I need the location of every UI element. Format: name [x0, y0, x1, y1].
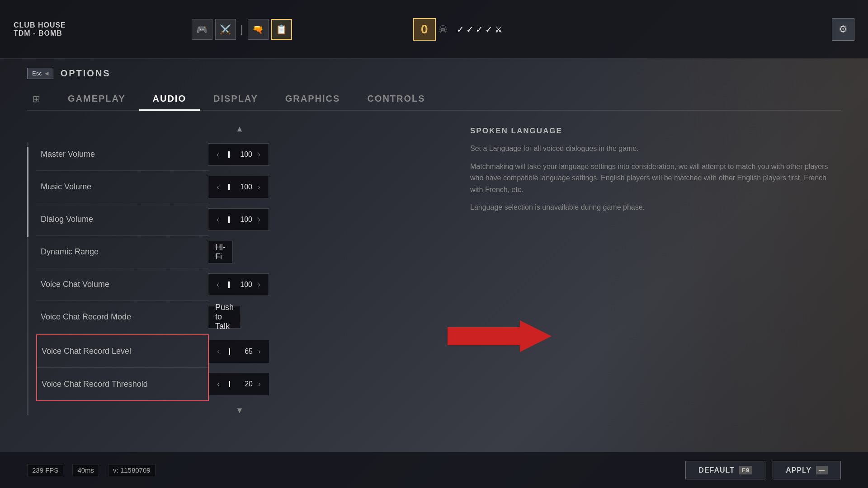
- apply-button[interactable]: APPLY —: [773, 461, 841, 479]
- tab-gameplay[interactable]: GAMEPLAY: [54, 88, 139, 111]
- apply-key: —: [816, 466, 828, 474]
- slider-left-threshold[interactable]: ‹: [212, 377, 225, 391]
- check-icons: ✓ ✓ ✓ ✓ ⚔: [457, 24, 503, 35]
- nav-icon-3[interactable]: 🔫: [248, 19, 269, 40]
- red-arrow: [448, 320, 552, 352]
- label-record-mode: Voice Chat Record Mode: [36, 312, 208, 322]
- thumb-master: [228, 151, 230, 158]
- esc-label: Esc: [32, 70, 42, 77]
- nav-divider: |: [239, 23, 245, 35]
- slider-voice-volume[interactable]: ‹ 100 ›: [208, 273, 269, 296]
- label-master-volume: Master Volume: [36, 150, 208, 159]
- setting-row-voice-volume: Voice Chat Volume ‹ 100 ›: [36, 268, 209, 301]
- right-panel-title: SPOKEN LANGUAGE: [470, 127, 841, 136]
- settings-list: ▲ Master Volume ‹: [27, 124, 452, 415]
- score-area: 0 ☠ ✓ ✓ ✓ ✓ ⚔: [413, 18, 503, 41]
- score-left: 0: [413, 18, 436, 41]
- right-panel-text-1: Matchmaking will take your language sett…: [470, 161, 841, 196]
- slider-right-dialog[interactable]: ›: [252, 213, 266, 226]
- thumb-record-level: [229, 348, 230, 355]
- nav-icon-4[interactable]: 📋: [271, 19, 292, 40]
- bottom-bar: 239 FPS 40ms v: 11580709 Default F9 APPL…: [0, 452, 868, 488]
- setting-row-dialog-volume: Dialog Volume ‹ 100 ›: [36, 203, 209, 236]
- setting-row-record-mode: Voice Chat Record Mode Push to Talk: [36, 301, 209, 333]
- value-dialog: 100: [232, 216, 252, 224]
- slider-left-music[interactable]: ‹: [211, 180, 225, 194]
- slider-right-music[interactable]: ›: [252, 180, 266, 194]
- right-panel-text-0: Set a Language for all voiced dialogues …: [470, 143, 841, 155]
- options-title: OPTIONS: [61, 68, 111, 79]
- back-icon: ◀: [45, 70, 48, 76]
- slider-dialog-volume[interactable]: ‹ 100 ›: [208, 208, 269, 231]
- apply-label: APPLY: [786, 466, 811, 474]
- control-record-mode: Push to Talk: [208, 306, 241, 328]
- control-master-volume: ‹ 100 ›: [208, 143, 269, 166]
- thumb-voice-vol: [228, 282, 230, 288]
- top-bar: CLUB HOUSE TDM - BOMB 🎮 ⚔️ | 🔫 📋 0 ☠ ✓ ✓…: [0, 0, 868, 59]
- label-record-level: Voice Chat Record Level: [37, 347, 209, 356]
- esc-button[interactable]: Esc ◀: [27, 68, 53, 79]
- slider-right-master[interactable]: ›: [252, 148, 266, 161]
- label-dialog-volume: Dialog Volume: [36, 215, 208, 224]
- setting-row-dynamic-range: Dynamic Range Hi-Fi: [36, 236, 209, 268]
- tab-controls[interactable]: CONTROLS: [354, 88, 439, 111]
- slider-music-volume[interactable]: ‹ 100 ›: [208, 176, 269, 198]
- default-label: Default: [698, 466, 735, 474]
- svg-marker-0: [448, 320, 552, 352]
- nav-icon-1[interactable]: 🎮: [192, 19, 212, 40]
- slider-record-level[interactable]: ‹ 65 ›: [209, 340, 269, 363]
- slider-record-threshold[interactable]: ‹ 20 ›: [209, 373, 269, 395]
- control-record-level: ‹ 65 ›: [209, 340, 269, 363]
- dropdown-record-mode[interactable]: Push to Talk: [208, 306, 241, 328]
- skull-icon: ☠: [439, 23, 448, 35]
- slider-left-master[interactable]: ‹: [211, 148, 225, 161]
- control-dynamic-range: Hi-Fi: [208, 241, 233, 263]
- slider-master-volume[interactable]: ‹ 100 ›: [208, 143, 269, 166]
- tab-icon: ⊞: [27, 90, 45, 108]
- thumb-dialog: [228, 216, 230, 223]
- scroll-thumb[interactable]: [27, 147, 28, 237]
- right-panel: SPOKEN LANGUAGE Set a Language for all v…: [470, 124, 841, 415]
- highlighted-section: Voice Chat Record Level ‹ 65 ›: [36, 334, 209, 401]
- slider-right-voice-vol[interactable]: ›: [252, 278, 266, 291]
- control-voice-volume: ‹ 100 ›: [208, 273, 269, 296]
- scroll-up[interactable]: ▲: [27, 124, 452, 134]
- settings-button[interactable]: ⚙: [832, 18, 854, 41]
- fps-label: FPS: [45, 466, 58, 474]
- slider-left-voice-vol[interactable]: ‹: [211, 278, 225, 291]
- tab-audio[interactable]: AUDIO: [139, 88, 200, 111]
- control-music-volume: ‹ 100 ›: [208, 176, 269, 198]
- tab-display[interactable]: DISPLAY: [200, 88, 272, 111]
- label-music-volume: Music Volume: [36, 182, 208, 192]
- default-button[interactable]: Default F9: [685, 461, 765, 479]
- label-voice-volume: Voice Chat Volume: [36, 280, 208, 289]
- slider-right-record-level[interactable]: ›: [253, 345, 266, 358]
- slider-right-threshold[interactable]: ›: [253, 377, 266, 391]
- control-dialog-volume: ‹ 100 ›: [208, 208, 269, 231]
- value-threshold: 20: [232, 380, 253, 388]
- options-header: Esc ◀ OPTIONS: [27, 68, 841, 79]
- game-mode: TDM - BOMB: [14, 29, 66, 38]
- score-badge-left: 0 ☠: [413, 18, 448, 41]
- settings-rows: Master Volume ‹ 100 ›: [36, 138, 209, 401]
- setting-row-record-level: Voice Chat Record Level ‹ 65 ›: [37, 335, 208, 368]
- slider-left-record-level[interactable]: ‹: [212, 345, 225, 358]
- content-layout: ▲ Master Volume ‹: [27, 124, 841, 415]
- dropdown-dynamic-range[interactable]: Hi-Fi: [208, 241, 233, 263]
- map-name: CLUB HOUSE: [14, 21, 66, 29]
- scroll-bar: [27, 142, 28, 415]
- default-key: F9: [739, 466, 752, 474]
- tabs: ⊞ GAMEPLAY AUDIO DISPLAY GRAPHICS CONTRO…: [27, 88, 841, 111]
- right-panel-text-2: Language selection is unavailable during…: [470, 202, 841, 213]
- top-left-info: CLUB HOUSE TDM - BOMB: [14, 21, 66, 38]
- nav-icon-2[interactable]: ⚔️: [215, 19, 236, 40]
- main-content: Esc ◀ OPTIONS ⊞ GAMEPLAY AUDIO DISPLAY G…: [0, 59, 868, 488]
- bottom-stats: 239 FPS 40ms v: 11580709: [27, 464, 156, 476]
- value-voice-vol: 100: [232, 281, 252, 289]
- scroll-down[interactable]: ▼: [27, 406, 452, 415]
- tab-graphics[interactable]: GRAPHICS: [272, 88, 354, 111]
- value-record-level: 65: [232, 347, 253, 356]
- control-record-threshold: ‹ 20 ›: [209, 373, 269, 395]
- slider-left-dialog[interactable]: ‹: [211, 213, 225, 226]
- thumb-threshold: [229, 381, 230, 387]
